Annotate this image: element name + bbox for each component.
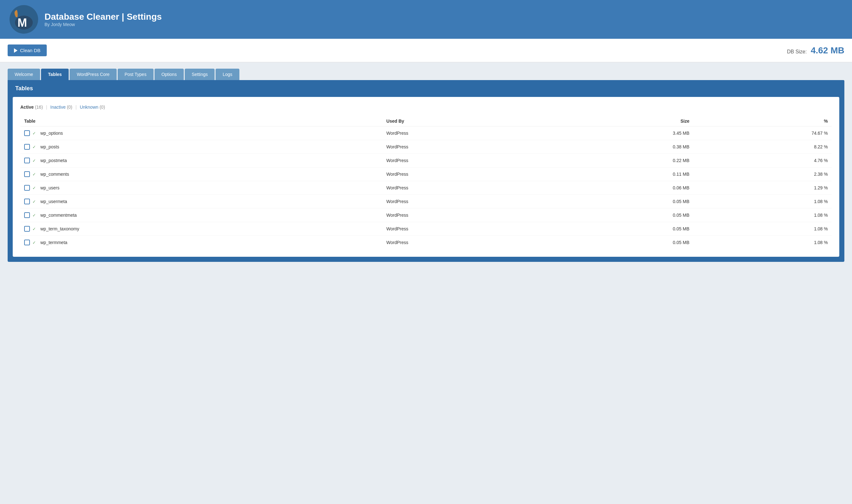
table-cell-name: ✓ wp_options — [20, 126, 383, 140]
table-name-3: wp_comments — [40, 172, 69, 177]
clean-db-button[interactable]: Clean DB — [7, 44, 47, 56]
table-name-7: wp_term_taxonomy — [40, 226, 79, 231]
table-row: ✓ wp_users WordPress 0.06 MB 1.29 % — [20, 181, 832, 195]
table-cell-percent: 2.38 % — [693, 167, 832, 181]
table-cell-percent: 1.08 % — [693, 209, 832, 222]
filter-inactive-count: (0) — [67, 105, 72, 110]
table-cell-name: ✓ wp_postmeta — [20, 154, 383, 167]
row-checkbox-3[interactable] — [24, 171, 30, 177]
table-cell-percent: 1.08 % — [693, 236, 832, 250]
table-name-5: wp_usermeta — [40, 199, 67, 204]
table-name-8: wp_termmeta — [40, 240, 67, 245]
table-row: ✓ wp_termmeta WordPress 0.05 MB 1.08 % — [20, 236, 832, 250]
db-size-label: DB Size: — [787, 49, 806, 54]
card-title: Tables — [15, 85, 837, 92]
table-name-0: wp_options — [40, 131, 63, 136]
row-checkbox-2[interactable] — [24, 158, 30, 163]
table-cell-percent: 1.08 % — [693, 195, 832, 209]
row-checkbox-1[interactable] — [24, 144, 30, 150]
table-cell-used-by: WordPress — [383, 236, 553, 250]
table-name-6: wp_commentmeta — [40, 213, 77, 218]
row-checkbox-5[interactable] — [24, 199, 30, 204]
table-cell-size: 0.05 MB — [553, 222, 693, 236]
clean-db-label: Clean DB — [20, 48, 40, 53]
check-icon-8: ✓ — [32, 240, 36, 245]
table-cell-used-by: WordPress — [383, 222, 553, 236]
row-checkbox-0[interactable] — [24, 130, 30, 136]
check-icon-3: ✓ — [32, 172, 36, 177]
table-row: ✓ wp_posts WordPress 0.38 MB 8.22 % — [20, 140, 832, 154]
header-title: Database Cleaner | Settings By Jordy Meo… — [45, 12, 162, 27]
table-cell-percent: 1.29 % — [693, 181, 832, 195]
table-cell-used-by: WordPress — [383, 154, 553, 167]
play-icon — [14, 48, 17, 53]
table-cell-size: 0.38 MB — [553, 140, 693, 154]
tables-table: Table Used By Size % ✓ wp_options WordPr… — [20, 116, 832, 249]
table-cell-name: ✓ wp_users — [20, 181, 383, 195]
row-checkbox-8[interactable] — [24, 240, 30, 245]
header: M Database Cleaner | Settings By Jordy M… — [0, 0, 852, 39]
table-row: ✓ wp_commentmeta WordPress 0.05 MB 1.08 … — [20, 209, 832, 222]
table-cell-used-by: WordPress — [383, 140, 553, 154]
filter-unknown-link[interactable]: Unknown — [80, 105, 98, 110]
tab-welcome[interactable]: Welcome — [7, 69, 40, 80]
table-cell-percent: 8.22 % — [693, 140, 832, 154]
content-area: Welcome Tables WordPress Core Post Types… — [0, 62, 852, 268]
table-header-row: Table Used By Size % — [20, 116, 832, 126]
row-checkbox-7[interactable] — [24, 226, 30, 232]
table-name-1: wp_posts — [40, 144, 59, 149]
tab-post-types[interactable]: Post Types — [118, 69, 154, 80]
table-cell-size: 0.06 MB — [553, 181, 693, 195]
table-cell-percent: 1.08 % — [693, 222, 832, 236]
table-row: ✓ wp_term_taxonomy WordPress 0.05 MB 1.0… — [20, 222, 832, 236]
table-name-4: wp_users — [40, 185, 59, 190]
app-title: Database Cleaner | Settings — [45, 12, 162, 22]
table-row: ✓ wp_comments WordPress 0.11 MB 2.38 % — [20, 167, 832, 181]
check-icon-0: ✓ — [32, 131, 36, 136]
table-cell-used-by: WordPress — [383, 126, 553, 140]
tab-settings[interactable]: Settings — [185, 69, 215, 80]
col-header-percent: % — [693, 116, 832, 126]
table-cell-name: ✓ wp_termmeta — [20, 236, 383, 250]
table-cell-used-by: WordPress — [383, 195, 553, 209]
tab-wordpress-core[interactable]: WordPress Core — [70, 69, 117, 80]
toolbar: Clean DB DB Size: 4.62 MB — [0, 39, 852, 62]
filter-active-label: Active — [20, 105, 34, 110]
table-cell-size: 0.05 MB — [553, 209, 693, 222]
card-body: Active (16) | Inactive (0) | Unknown (0)… — [13, 97, 839, 257]
row-checkbox-4[interactable] — [24, 185, 30, 191]
table-cell-size: 0.11 MB — [553, 167, 693, 181]
svg-text:M: M — [17, 16, 27, 29]
table-cell-name: ✓ wp_usermeta — [20, 195, 383, 209]
col-header-table: Table — [20, 116, 383, 126]
db-size-value: 4.62 MB — [811, 46, 845, 55]
table-cell-name: ✓ wp_comments — [20, 167, 383, 181]
filter-inactive-link[interactable]: Inactive — [50, 105, 66, 110]
filter-active-count: (16) — [35, 105, 43, 110]
table-cell-percent: 74.67 % — [693, 126, 832, 140]
card-header: Tables — [7, 80, 845, 97]
check-icon-2: ✓ — [32, 158, 36, 163]
check-icon-4: ✓ — [32, 185, 36, 190]
col-header-used-by: Used By — [383, 116, 553, 126]
table-row: ✓ wp_postmeta WordPress 0.22 MB 4.76 % — [20, 154, 832, 167]
filter-row: Active (16) | Inactive (0) | Unknown (0) — [20, 105, 832, 110]
check-icon-5: ✓ — [32, 199, 36, 204]
table-cell-size: 0.05 MB — [553, 195, 693, 209]
table-name-2: wp_postmeta — [40, 158, 67, 163]
tab-logs[interactable]: Logs — [215, 69, 239, 80]
separator-2: | — [75, 105, 78, 110]
tab-tables[interactable]: Tables — [41, 69, 69, 80]
table-cell-name: ✓ wp_term_taxonomy — [20, 222, 383, 236]
table-cell-name: ✓ wp_commentmeta — [20, 209, 383, 222]
table-cell-size: 0.05 MB — [553, 236, 693, 250]
check-icon-6: ✓ — [32, 213, 36, 218]
table-cell-size: 0.22 MB — [553, 154, 693, 167]
table-cell-name: ✓ wp_posts — [20, 140, 383, 154]
table-row: ✓ wp_options WordPress 3.45 MB 74.67 % — [20, 126, 832, 140]
table-cell-percent: 4.76 % — [693, 154, 832, 167]
row-checkbox-6[interactable] — [24, 212, 30, 218]
check-icon-7: ✓ — [32, 227, 36, 231]
tab-options[interactable]: Options — [155, 69, 184, 80]
tables-card: Tables Active (16) | Inactive (0) | Unkn… — [7, 80, 845, 262]
